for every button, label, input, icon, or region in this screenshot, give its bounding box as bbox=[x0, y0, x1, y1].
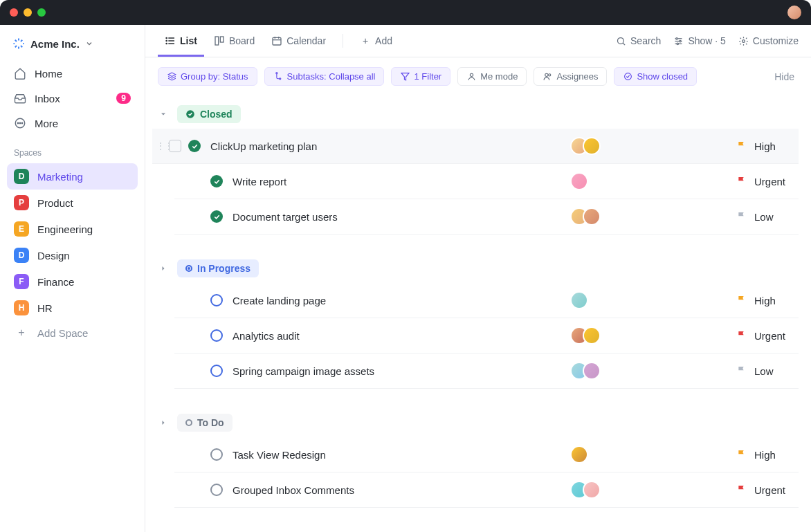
hide-filters-button[interactable]: Hide bbox=[774, 71, 799, 82]
person-icon bbox=[466, 72, 476, 82]
status-progress-icon[interactable] bbox=[210, 365, 223, 377]
status-progress-icon[interactable] bbox=[210, 329, 223, 342]
space-label: Design bbox=[37, 250, 70, 262]
board-icon bbox=[214, 35, 225, 46]
priority[interactable]: Low bbox=[709, 211, 792, 223]
status-todo-icon[interactable] bbox=[210, 484, 223, 496]
view-toolbar: List Board Calendar + Add Search bbox=[145, 25, 811, 57]
view-board[interactable]: Board bbox=[207, 26, 262, 57]
checkbox[interactable] bbox=[169, 140, 181, 152]
group-header-progress: In Progress bbox=[152, 254, 799, 283]
flag-icon bbox=[736, 365, 747, 376]
priority-label: Low bbox=[754, 365, 774, 377]
task-row[interactable]: ⋮⋮Document target usersLow bbox=[174, 199, 799, 235]
space-item-hr[interactable]: HHR bbox=[7, 295, 138, 321]
gear-icon bbox=[738, 36, 749, 46]
space-item-design[interactable]: DDesign bbox=[7, 242, 138, 268]
task-row[interactable]: ⋮⋮Create landing pageHigh bbox=[174, 283, 799, 318]
priority[interactable]: Urgent bbox=[709, 330, 792, 342]
view-list[interactable]: List bbox=[158, 26, 204, 57]
task-row[interactable]: ⋮⋮Analytics auditUrgent bbox=[174, 318, 799, 354]
task-name: ClickUp marketing plan bbox=[210, 140, 570, 152]
assignee-avatar[interactable] bbox=[570, 446, 588, 464]
task-name: Create landing page bbox=[233, 295, 570, 306]
assignee-avatar[interactable] bbox=[583, 327, 601, 345]
more-icon bbox=[14, 117, 26, 129]
assignee-avatar[interactable] bbox=[583, 137, 601, 155]
group-header-todo: To Do bbox=[152, 408, 799, 437]
add-view-button[interactable]: + Add bbox=[353, 26, 399, 57]
maximize-window-icon[interactable] bbox=[37, 8, 46, 17]
space-label: Engineering bbox=[37, 223, 93, 235]
status-closed-icon[interactable] bbox=[210, 210, 223, 223]
add-space-button[interactable]: + Add Space bbox=[7, 321, 138, 345]
assignee-avatar[interactable] bbox=[583, 208, 601, 226]
group-by-chip[interactable]: Group by: Status bbox=[158, 67, 257, 86]
group-pill[interactable]: Closed bbox=[177, 105, 241, 123]
filter-icon bbox=[400, 72, 410, 82]
priority-label: High bbox=[754, 140, 776, 152]
minimize-window-icon[interactable] bbox=[24, 8, 32, 17]
sidebar: Acme Inc. Home Inbox 9 More Spaces DMark… bbox=[0, 25, 145, 532]
group-toggle[interactable] bbox=[156, 107, 170, 121]
svg-point-22 bbox=[680, 40, 682, 42]
flag-icon bbox=[736, 449, 747, 460]
space-item-marketing[interactable]: DMarketing bbox=[7, 163, 138, 190]
group-toggle[interactable] bbox=[156, 416, 170, 430]
window-controls bbox=[10, 8, 46, 17]
svg-point-24 bbox=[742, 39, 745, 42]
people-icon bbox=[543, 72, 552, 82]
status-closed-icon[interactable] bbox=[210, 175, 223, 187]
priority[interactable]: Low bbox=[709, 365, 792, 377]
view-calendar[interactable]: Calendar bbox=[264, 26, 333, 57]
priority[interactable]: High bbox=[709, 449, 792, 461]
nav-home[interactable]: Home bbox=[7, 61, 138, 86]
task-row[interactable]: ⋮⋮Task View RedesignHigh bbox=[174, 437, 799, 473]
priority[interactable]: Urgent bbox=[709, 176, 792, 187]
customize-button[interactable]: Customize bbox=[738, 35, 799, 46]
priority[interactable]: High bbox=[709, 140, 792, 152]
search-button[interactable]: Search bbox=[616, 35, 661, 46]
status-progress-icon[interactable] bbox=[210, 294, 223, 306]
svg-point-16 bbox=[618, 37, 624, 44]
group-pill[interactable]: In Progress bbox=[177, 259, 259, 277]
task-row[interactable]: ⋮⋮Spring campaign image assetsLow bbox=[174, 354, 799, 389]
task-row[interactable]: ⋮⋮Write reportUrgent bbox=[174, 164, 799, 199]
task-name: Spring campaign image assets bbox=[233, 365, 570, 377]
nav-inbox[interactable]: Inbox 9 bbox=[7, 86, 138, 111]
space-icon: H bbox=[14, 300, 29, 315]
assignees-chip[interactable]: Assignees bbox=[534, 67, 607, 86]
group-name: To Do bbox=[197, 417, 224, 428]
close-window-icon[interactable] bbox=[10, 8, 18, 17]
svg-point-2 bbox=[19, 122, 21, 124]
space-item-finance[interactable]: FFinance bbox=[7, 268, 138, 295]
assignee-avatar[interactable] bbox=[570, 291, 588, 309]
task-row[interactable]: ⋮⋮Grouped Inbox CommentsUrgent bbox=[174, 473, 799, 508]
nav-more[interactable]: More bbox=[7, 111, 138, 136]
svg-point-9 bbox=[166, 43, 167, 44]
group-toggle[interactable] bbox=[156, 262, 170, 275]
workspace-switcher[interactable]: Acme Inc. bbox=[7, 35, 138, 61]
space-item-product[interactable]: PProduct bbox=[7, 190, 138, 216]
assignee-avatar[interactable] bbox=[570, 172, 588, 190]
status-todo-icon[interactable] bbox=[210, 448, 223, 461]
space-item-engineering[interactable]: EEngineering bbox=[7, 216, 138, 242]
assignee-avatar[interactable] bbox=[583, 362, 601, 380]
me-mode-chip[interactable]: Me mode bbox=[457, 67, 527, 86]
show-columns-button[interactable]: Show · 5 bbox=[673, 35, 725, 46]
priority[interactable]: High bbox=[709, 295, 792, 306]
svg-point-1 bbox=[17, 122, 19, 124]
assignee-avatar[interactable] bbox=[583, 481, 601, 499]
task-row[interactable]: ⋮⋮ClickUp marketing planHigh bbox=[152, 129, 799, 164]
status-closed-icon[interactable] bbox=[188, 140, 201, 152]
drag-handle-icon[interactable]: ⋮⋮ bbox=[156, 141, 166, 151]
filter-chip[interactable]: 1 Filter bbox=[391, 67, 450, 86]
priority[interactable]: Urgent bbox=[709, 484, 792, 496]
assignees bbox=[570, 137, 626, 155]
show-closed-chip[interactable]: Show closed bbox=[614, 67, 697, 86]
group-pill[interactable]: To Do bbox=[177, 414, 233, 432]
subtasks-chip[interactable]: Subtasks: Collapse all bbox=[264, 67, 385, 86]
space-label: Marketing bbox=[37, 171, 83, 183]
space-label: Product bbox=[37, 197, 73, 209]
user-avatar[interactable] bbox=[787, 6, 801, 19]
